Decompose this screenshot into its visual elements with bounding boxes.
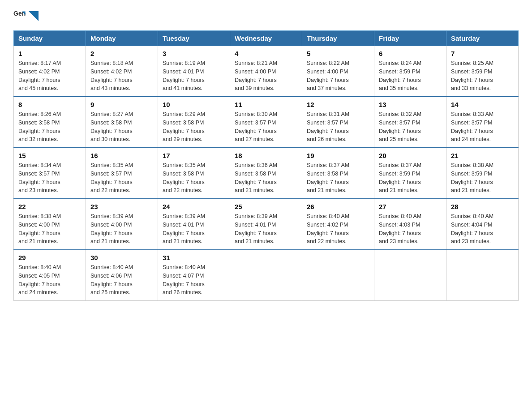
calendar-cell: 17 Sunrise: 8:35 AM Sunset: 3:58 PM Dayl… [158,148,230,199]
day-number: 28 [451,203,514,210]
page-header: General [13,9,519,21]
calendar-cell: 7 Sunrise: 8:25 AM Sunset: 3:59 PM Dayli… [446,46,519,97]
day-number: 12 [307,101,369,108]
day-info: Sunrise: 8:39 AM Sunset: 4:00 PM Dayligh… [90,212,153,246]
col-monday: Monday [86,31,158,46]
day-info: Sunrise: 8:34 AM Sunset: 3:57 PM Dayligh… [18,161,81,195]
calendar-cell: 14 Sunrise: 8:33 AM Sunset: 3:57 PM Dayl… [446,97,519,148]
col-friday: Friday [374,31,446,46]
calendar-cell: 26 Sunrise: 8:40 AM Sunset: 4:02 PM Dayl… [302,199,374,250]
day-info: Sunrise: 8:40 AM Sunset: 4:04 PM Dayligh… [451,212,514,246]
calendar-cell: 23 Sunrise: 8:39 AM Sunset: 4:00 PM Dayl… [86,199,158,250]
day-number: 18 [235,152,297,159]
logo: General [13,9,39,21]
day-info: Sunrise: 8:35 AM Sunset: 3:57 PM Dayligh… [90,161,153,195]
week-row-3: 15 Sunrise: 8:34 AM Sunset: 3:57 PM Dayl… [14,148,519,199]
day-number: 30 [90,254,153,261]
calendar-cell: 19 Sunrise: 8:37 AM Sunset: 3:58 PM Dayl… [302,148,374,199]
col-thursday: Thursday [302,31,374,46]
calendar-cell: 20 Sunrise: 8:37 AM Sunset: 3:59 PM Dayl… [374,148,446,199]
calendar-cell: 4 Sunrise: 8:21 AM Sunset: 4:00 PM Dayli… [230,46,302,97]
calendar-cell [302,250,374,301]
day-number: 7 [451,50,514,57]
day-info: Sunrise: 8:29 AM Sunset: 3:58 PM Dayligh… [163,110,225,144]
day-info: Sunrise: 8:19 AM Sunset: 4:01 PM Dayligh… [163,59,225,93]
day-info: Sunrise: 8:25 AM Sunset: 3:59 PM Dayligh… [451,59,514,93]
day-info: Sunrise: 8:32 AM Sunset: 3:57 PM Dayligh… [379,110,442,144]
day-info: Sunrise: 8:31 AM Sunset: 3:57 PM Dayligh… [307,110,369,144]
calendar-cell: 29 Sunrise: 8:40 AM Sunset: 4:05 PM Dayl… [14,250,86,301]
day-info: Sunrise: 8:18 AM Sunset: 4:02 PM Dayligh… [90,59,153,93]
day-number: 15 [18,152,81,159]
day-number: 13 [379,101,442,108]
day-number: 21 [451,152,514,159]
calendar-cell: 12 Sunrise: 8:31 AM Sunset: 3:57 PM Dayl… [302,97,374,148]
col-saturday: Saturday [446,31,519,46]
day-info: Sunrise: 8:38 AM Sunset: 4:00 PM Dayligh… [18,212,81,246]
day-number: 31 [163,254,225,261]
day-info: Sunrise: 8:26 AM Sunset: 3:58 PM Dayligh… [18,110,81,144]
logo-icon: General [13,9,26,21]
day-info: Sunrise: 8:40 AM Sunset: 4:03 PM Dayligh… [379,212,442,246]
day-number: 8 [18,101,81,108]
week-row-5: 29 Sunrise: 8:40 AM Sunset: 4:05 PM Dayl… [14,250,519,301]
day-number: 1 [18,50,81,57]
day-info: Sunrise: 8:17 AM Sunset: 4:02 PM Dayligh… [18,59,81,93]
calendar-cell: 22 Sunrise: 8:38 AM Sunset: 4:00 PM Dayl… [14,199,86,250]
day-info: Sunrise: 8:40 AM Sunset: 4:05 PM Dayligh… [18,263,81,297]
calendar-cell: 21 Sunrise: 8:38 AM Sunset: 3:59 PM Dayl… [446,148,519,199]
day-info: Sunrise: 8:38 AM Sunset: 3:59 PM Dayligh… [451,161,514,195]
day-info: Sunrise: 8:39 AM Sunset: 4:01 PM Dayligh… [235,212,297,246]
day-number: 20 [379,152,442,159]
day-info: Sunrise: 8:24 AM Sunset: 3:59 PM Dayligh… [379,59,442,93]
svg-marker-2 [29,11,39,21]
calendar-cell: 15 Sunrise: 8:34 AM Sunset: 3:57 PM Dayl… [14,148,86,199]
calendar-cell: 27 Sunrise: 8:40 AM Sunset: 4:03 PM Dayl… [374,199,446,250]
day-number: 29 [18,254,81,261]
day-number: 24 [163,203,225,210]
day-number: 22 [18,203,81,210]
day-info: Sunrise: 8:40 AM Sunset: 4:07 PM Dayligh… [163,263,225,297]
calendar-cell: 2 Sunrise: 8:18 AM Sunset: 4:02 PM Dayli… [86,46,158,97]
day-info: Sunrise: 8:40 AM Sunset: 4:02 PM Dayligh… [307,212,369,246]
col-sunday: Sunday [14,31,86,46]
calendar-cell [374,250,446,301]
calendar-cell: 24 Sunrise: 8:39 AM Sunset: 4:01 PM Dayl… [158,199,230,250]
day-number: 9 [90,101,153,108]
day-info: Sunrise: 8:22 AM Sunset: 4:00 PM Dayligh… [307,59,369,93]
day-info: Sunrise: 8:39 AM Sunset: 4:01 PM Dayligh… [163,212,225,246]
calendar-cell: 13 Sunrise: 8:32 AM Sunset: 3:57 PM Dayl… [374,97,446,148]
day-number: 3 [163,50,225,57]
day-number: 16 [90,152,153,159]
calendar-cell: 30 Sunrise: 8:40 AM Sunset: 4:06 PM Dayl… [86,250,158,301]
week-row-1: 1 Sunrise: 8:17 AM Sunset: 4:02 PM Dayli… [14,46,519,97]
calendar-cell: 25 Sunrise: 8:39 AM Sunset: 4:01 PM Dayl… [230,199,302,250]
day-info: Sunrise: 8:37 AM Sunset: 3:59 PM Dayligh… [379,161,442,195]
logo-triangle [29,11,39,21]
week-row-2: 8 Sunrise: 8:26 AM Sunset: 3:58 PM Dayli… [14,97,519,148]
calendar-cell: 11 Sunrise: 8:30 AM Sunset: 3:57 PM Dayl… [230,97,302,148]
day-info: Sunrise: 8:21 AM Sunset: 4:00 PM Dayligh… [235,59,297,93]
day-number: 14 [451,101,514,108]
calendar-cell: 1 Sunrise: 8:17 AM Sunset: 4:02 PM Dayli… [14,46,86,97]
calendar-cell: 8 Sunrise: 8:26 AM Sunset: 3:58 PM Dayli… [14,97,86,148]
day-number: 25 [235,203,297,210]
day-number: 19 [307,152,369,159]
day-info: Sunrise: 8:40 AM Sunset: 4:06 PM Dayligh… [90,263,153,297]
calendar-cell: 28 Sunrise: 8:40 AM Sunset: 4:04 PM Dayl… [446,199,519,250]
day-number: 5 [307,50,369,57]
calendar-cell: 3 Sunrise: 8:19 AM Sunset: 4:01 PM Dayli… [158,46,230,97]
col-wednesday: Wednesday [230,31,302,46]
day-number: 6 [379,50,442,57]
calendar-cell: 5 Sunrise: 8:22 AM Sunset: 4:00 PM Dayli… [302,46,374,97]
day-number: 27 [379,203,442,210]
day-info: Sunrise: 8:35 AM Sunset: 3:58 PM Dayligh… [163,161,225,195]
day-info: Sunrise: 8:27 AM Sunset: 3:58 PM Dayligh… [90,110,153,144]
calendar-cell: 10 Sunrise: 8:29 AM Sunset: 3:58 PM Dayl… [158,97,230,148]
header-row: Sunday Monday Tuesday Wednesday Thursday… [14,31,519,46]
day-info: Sunrise: 8:33 AM Sunset: 3:57 PM Dayligh… [451,110,514,144]
calendar-cell: 18 Sunrise: 8:36 AM Sunset: 3:58 PM Dayl… [230,148,302,199]
col-tuesday: Tuesday [158,31,230,46]
day-info: Sunrise: 8:36 AM Sunset: 3:58 PM Dayligh… [235,161,297,195]
calendar-cell: 6 Sunrise: 8:24 AM Sunset: 3:59 PM Dayli… [374,46,446,97]
